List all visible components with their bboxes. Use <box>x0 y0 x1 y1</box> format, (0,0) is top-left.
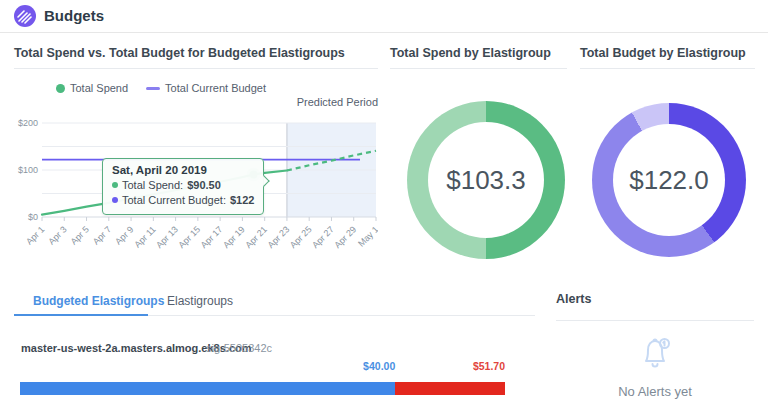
spend-vs-budget-title: Total Spend vs. Total Budget for Budgete… <box>14 46 345 60</box>
page-title: Budgets <box>44 7 104 24</box>
total-budget-donut[interactable]: $122.0 <box>592 103 746 257</box>
tab-elastigroups[interactable]: Elastigroups <box>167 294 233 308</box>
svg-text:Apr 25: Apr 25 <box>288 224 314 250</box>
alerts-title: Alerts <box>556 292 591 306</box>
svg-text:Apr 17: Apr 17 <box>199 224 225 250</box>
svg-text:Apr 21: Apr 21 <box>243 224 269 250</box>
budget-progress-bar <box>20 382 505 395</box>
svg-text:Apr 15: Apr 15 <box>176 224 202 250</box>
divider <box>390 68 567 69</box>
total-spend-donut[interactable]: $103.3 <box>407 101 565 259</box>
budget-bar-under <box>20 382 395 395</box>
svg-text:Apr 13: Apr 13 <box>154 224 180 250</box>
donut-hole: $103.3 <box>428 122 544 238</box>
tooltip-budget-value: $122 <box>230 193 254 208</box>
budget-bar-labels: $40.00 $51.70 <box>20 360 505 373</box>
total-spend-by-elastigroup-card: Total Spend by Elastigroup $103.3 <box>390 46 567 292</box>
svg-text:Apr 27: Apr 27 <box>310 224 336 250</box>
total-budget-value: $122.0 <box>629 165 709 196</box>
total-spend-donut-title: Total Spend by Elastigroup <box>390 46 551 60</box>
legend-total-spend[interactable]: Total Spend <box>56 82 128 94</box>
total-budget-by-elastigroup-card: Total Budget by Elastigroup $122.0 <box>580 46 755 292</box>
legend-total-budget-label: Total Current Budget <box>165 82 266 94</box>
svg-text:Apr 23: Apr 23 <box>266 224 292 250</box>
tooltip-spend-bullet-icon <box>112 182 118 188</box>
svg-text:Apr 3: Apr 3 <box>46 224 68 246</box>
divider <box>556 320 754 321</box>
budgets-page: Budgets Total Spend vs. Total Budget for… <box>0 0 768 414</box>
total-budget-dash-icon <box>146 87 160 90</box>
spotinst-logo-icon <box>14 5 36 27</box>
svg-text:$100: $100 <box>18 165 38 175</box>
elastigroup-sig: sig-5505342c <box>206 342 272 354</box>
chart-tooltip: Sat, April 20 2019 Total Spend: $90.50 T… <box>102 158 264 215</box>
legend-total-current-budget[interactable]: Total Current Budget <box>146 82 266 94</box>
total-budget-donut-title: Total Budget by Elastigroup <box>580 46 746 60</box>
active-tab-indicator <box>14 314 148 316</box>
tooltip-budget-label: Total Current Budget: <box>122 193 226 208</box>
chart-legend: Total Spend Total Current Budget <box>56 82 266 94</box>
budget-amount-label: $40.00 <box>363 360 395 372</box>
svg-text:Apr 1: Apr 1 <box>24 224 46 246</box>
svg-text:Apr 5: Apr 5 <box>69 224 91 246</box>
tooltip-budget-bullet-icon <box>112 197 118 203</box>
legend-total-spend-label: Total Spend <box>70 82 128 94</box>
donut-hole: $122.0 <box>613 124 725 236</box>
divider <box>580 68 755 69</box>
svg-text:$200: $200 <box>18 118 38 128</box>
alerts-section: Alerts No Alerts yet <box>556 292 754 410</box>
tooltip-date: Sat, April 20 2019 <box>112 164 254 176</box>
elastigroups-section: Budgeted Elastigroups Elastigroups maste… <box>14 292 535 404</box>
tab-budgeted-elastigroups[interactable]: Budgeted Elastigroups <box>33 294 164 308</box>
svg-text:Apr 7: Apr 7 <box>91 224 113 246</box>
svg-text:$0: $0 <box>28 212 38 222</box>
predicted-period-label: Predicted Period <box>297 96 378 108</box>
svg-text:Apr 29: Apr 29 <box>332 224 358 250</box>
svg-text:Apr 19: Apr 19 <box>221 224 247 250</box>
tooltip-spend-label: Total Spend: <box>122 178 183 193</box>
total-spend-dot-icon <box>56 84 65 93</box>
total-spend-value: $103.3 <box>446 165 526 196</box>
spend-vs-budget-card: Total Spend vs. Total Budget for Budgete… <box>14 46 378 292</box>
svg-text:May 1: May 1 <box>356 224 378 248</box>
tooltip-spend-value: $90.50 <box>187 178 221 193</box>
no-alerts-text: No Alerts yet <box>556 384 754 399</box>
svg-text:Apr 11: Apr 11 <box>132 224 157 249</box>
bell-icon <box>632 330 678 376</box>
spend-amount-label: $51.70 <box>473 360 505 372</box>
app-header: Budgets <box>0 0 768 33</box>
divider <box>14 68 378 69</box>
